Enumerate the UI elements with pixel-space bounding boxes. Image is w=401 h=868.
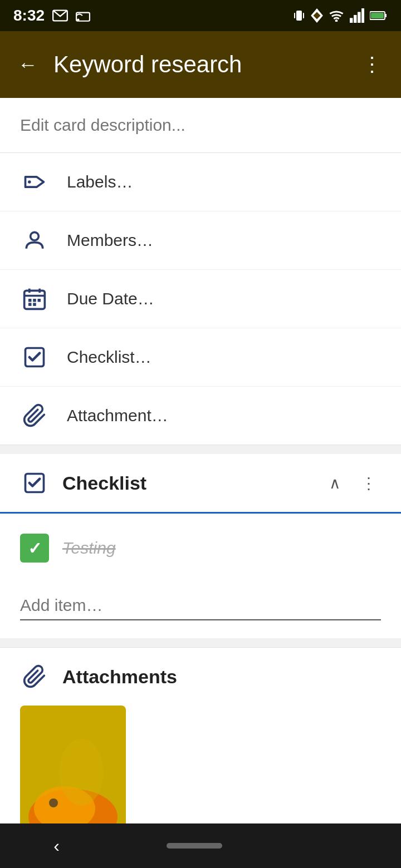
attachments-section: Attachments (0, 647, 401, 828)
svg-rect-9 (350, 18, 353, 23)
checklist-items: Testing (0, 514, 401, 583)
due-date-menu-item[interactable]: Due Date… (0, 270, 401, 328)
assistant-icon (311, 8, 323, 23)
back-button[interactable]: ← (13, 48, 42, 81)
checklist-header: Checklist ∧ ⋮ (0, 454, 401, 514)
description-section (0, 98, 401, 153)
checklist-header-icon (20, 468, 49, 497)
svg-rect-22 (28, 299, 32, 302)
add-item-input[interactable] (20, 591, 381, 620)
checklist-icon (20, 343, 49, 372)
attachments-header: Attachments (0, 648, 401, 706)
bottom-nav: ‹ (0, 823, 401, 868)
add-item-area (0, 583, 401, 638)
svg-point-16 (28, 180, 31, 184)
attachment-thumbnail[interactable] (20, 706, 126, 828)
calendar-icon (20, 284, 49, 313)
attachment-menu-label: Attachment… (67, 406, 168, 425)
list-item: Testing (20, 522, 381, 574)
checklist-collapse-button[interactable]: ∧ (326, 471, 344, 496)
checklist-menu-item[interactable]: Checklist… (0, 328, 401, 387)
svg-rect-11 (358, 12, 360, 23)
person-icon (20, 226, 49, 255)
wifi-icon (329, 9, 344, 22)
svg-point-8 (335, 19, 338, 22)
svg-rect-14 (385, 14, 387, 17)
svg-rect-4 (294, 13, 295, 18)
svg-rect-12 (361, 8, 364, 23)
more-options-button[interactable]: ⋮ (358, 48, 388, 81)
mail-icon (52, 9, 68, 22)
svg-rect-3 (296, 11, 302, 21)
svg-point-17 (31, 232, 39, 240)
svg-rect-15 (371, 13, 384, 18)
svg-rect-25 (28, 303, 32, 306)
attachments-title: Attachments (62, 666, 177, 688)
attachments-icon (20, 662, 49, 691)
members-menu-item[interactable]: Members… (0, 211, 401, 270)
description-input[interactable] (20, 116, 381, 135)
status-time: 8:32 (13, 7, 45, 24)
checklist-item-text: Testing (62, 539, 116, 558)
svg-point-33 (59, 739, 104, 806)
toolbar: ← Keyword research ⋮ (0, 31, 401, 98)
due-date-label: Due Date… (67, 289, 154, 308)
page-title: Keyword research (53, 51, 346, 78)
checklist-section: Checklist ∧ ⋮ Testing (0, 454, 401, 638)
nav-back-button[interactable]: ‹ (53, 836, 60, 856)
svg-rect-23 (33, 299, 36, 302)
labels-menu-item[interactable]: Labels… (0, 153, 401, 211)
svg-rect-10 (354, 15, 356, 23)
attachment-menu-item[interactable]: Attachment… (0, 387, 401, 445)
svg-point-2 (77, 18, 79, 21)
nav-home-pill[interactable] (167, 843, 222, 849)
checklist-menu-label: Checklist… (67, 348, 151, 367)
status-bar: 8:32 (0, 0, 401, 31)
svg-point-32 (49, 798, 58, 807)
attachment-icon (20, 401, 49, 430)
labels-label: Labels… (67, 172, 133, 191)
svg-rect-26 (33, 303, 36, 306)
svg-rect-5 (303, 13, 304, 18)
signal-icon (350, 8, 364, 23)
cast-icon (76, 9, 90, 22)
vibrate-icon (293, 8, 305, 23)
checklist-more-button[interactable]: ⋮ (358, 471, 381, 496)
label-icon (20, 167, 49, 196)
menu-section: Labels… Members… Due Date (0, 153, 401, 445)
attachment-thumbnail-area (0, 706, 401, 828)
battery-icon (370, 9, 388, 22)
members-label: Members… (67, 231, 153, 250)
checklist-title: Checklist (62, 472, 312, 494)
svg-rect-24 (38, 299, 41, 302)
checklist-item-checkbox-done[interactable] (20, 534, 49, 563)
